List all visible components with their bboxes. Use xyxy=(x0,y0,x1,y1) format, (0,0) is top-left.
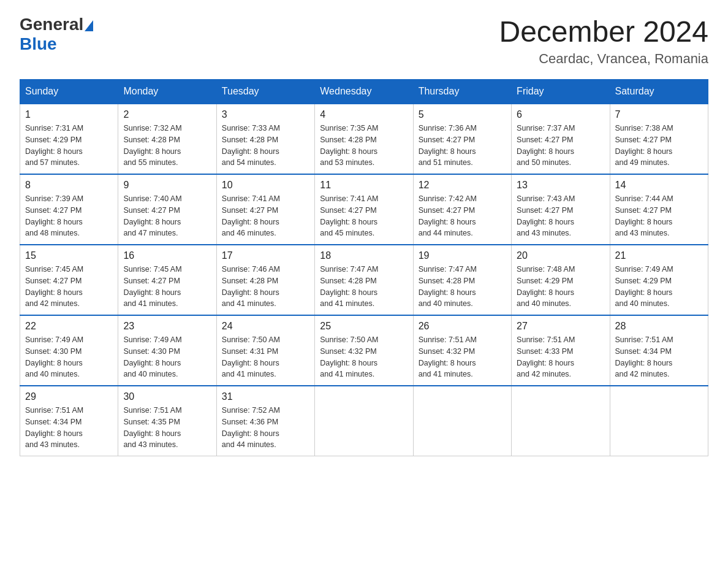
table-row xyxy=(413,386,511,456)
month-title: December 2024 xyxy=(499,15,708,48)
header-tuesday: Tuesday xyxy=(216,80,314,104)
table-row: 4 Sunrise: 7:35 AM Sunset: 4:28 PM Dayli… xyxy=(315,104,413,174)
calendar-week-row: 1 Sunrise: 7:31 AM Sunset: 4:29 PM Dayli… xyxy=(20,104,708,174)
day-number: 27 xyxy=(517,321,604,332)
table-row: 1 Sunrise: 7:31 AM Sunset: 4:29 PM Dayli… xyxy=(20,104,118,174)
table-row: 22 Sunrise: 7:49 AM Sunset: 4:30 PM Dayl… xyxy=(20,315,118,386)
day-info: Sunrise: 7:41 AM Sunset: 4:27 PM Dayligh… xyxy=(222,193,309,239)
day-info: Sunrise: 7:44 AM Sunset: 4:27 PM Dayligh… xyxy=(615,193,703,239)
day-number: 13 xyxy=(517,180,604,191)
table-row: 19 Sunrise: 7:47 AM Sunset: 4:28 PM Dayl… xyxy=(413,245,511,315)
day-info: Sunrise: 7:49 AM Sunset: 4:30 PM Dayligh… xyxy=(123,334,211,380)
table-row: 20 Sunrise: 7:48 AM Sunset: 4:29 PM Dayl… xyxy=(512,245,610,315)
table-row: 16 Sunrise: 7:45 AM Sunset: 4:27 PM Dayl… xyxy=(118,245,216,315)
table-row xyxy=(512,386,610,456)
day-info: Sunrise: 7:40 AM Sunset: 4:27 PM Dayligh… xyxy=(123,193,211,239)
day-number: 12 xyxy=(419,180,506,191)
table-row: 7 Sunrise: 7:38 AM Sunset: 4:27 PM Dayli… xyxy=(610,104,708,174)
day-number: 26 xyxy=(419,321,506,332)
table-row: 11 Sunrise: 7:41 AM Sunset: 4:27 PM Dayl… xyxy=(315,174,413,245)
day-info: Sunrise: 7:47 AM Sunset: 4:28 PM Dayligh… xyxy=(320,264,408,310)
table-row: 3 Sunrise: 7:33 AM Sunset: 4:28 PM Dayli… xyxy=(216,104,314,174)
table-row: 13 Sunrise: 7:43 AM Sunset: 4:27 PM Dayl… xyxy=(512,174,610,245)
table-row: 28 Sunrise: 7:51 AM Sunset: 4:34 PM Dayl… xyxy=(610,315,708,386)
day-number: 28 xyxy=(615,321,703,332)
header-wednesday: Wednesday xyxy=(315,80,413,104)
table-row: 17 Sunrise: 7:46 AM Sunset: 4:28 PM Dayl… xyxy=(216,245,314,315)
day-number: 20 xyxy=(517,250,604,261)
logo-blue-text: Blue xyxy=(20,34,57,53)
day-info: Sunrise: 7:45 AM Sunset: 4:27 PM Dayligh… xyxy=(123,264,211,310)
table-row: 8 Sunrise: 7:39 AM Sunset: 4:27 PM Dayli… xyxy=(20,174,118,245)
calendar-week-row: 22 Sunrise: 7:49 AM Sunset: 4:30 PM Dayl… xyxy=(20,315,708,386)
day-info: Sunrise: 7:48 AM Sunset: 4:29 PM Dayligh… xyxy=(517,264,604,310)
day-info: Sunrise: 7:51 AM Sunset: 4:32 PM Dayligh… xyxy=(419,334,506,380)
day-number: 9 xyxy=(123,180,211,191)
table-row: 10 Sunrise: 7:41 AM Sunset: 4:27 PM Dayl… xyxy=(216,174,314,245)
table-row: 24 Sunrise: 7:50 AM Sunset: 4:31 PM Dayl… xyxy=(216,315,314,386)
calendar-header-row: Sunday Monday Tuesday Wednesday Thursday… xyxy=(20,80,708,104)
day-number: 8 xyxy=(25,180,113,191)
table-row: 5 Sunrise: 7:36 AM Sunset: 4:27 PM Dayli… xyxy=(413,104,511,174)
day-number: 2 xyxy=(123,109,211,120)
header-sunday: Sunday xyxy=(20,80,118,104)
logo-general-text: General xyxy=(20,15,83,34)
page-header: General Blue December 2024 Ceardac, Vran… xyxy=(20,15,708,67)
calendar-week-row: 15 Sunrise: 7:45 AM Sunset: 4:27 PM Dayl… xyxy=(20,245,708,315)
day-info: Sunrise: 7:38 AM Sunset: 4:27 PM Dayligh… xyxy=(615,123,703,169)
day-info: Sunrise: 7:49 AM Sunset: 4:30 PM Dayligh… xyxy=(25,334,113,380)
table-row xyxy=(610,386,708,456)
logo: General Blue xyxy=(20,15,93,54)
day-number: 18 xyxy=(320,250,408,261)
table-row xyxy=(315,386,413,456)
day-number: 15 xyxy=(25,250,113,261)
day-info: Sunrise: 7:51 AM Sunset: 4:34 PM Dayligh… xyxy=(615,334,703,380)
table-row: 30 Sunrise: 7:51 AM Sunset: 4:35 PM Dayl… xyxy=(118,386,216,456)
day-number: 11 xyxy=(320,180,408,191)
day-info: Sunrise: 7:41 AM Sunset: 4:27 PM Dayligh… xyxy=(320,193,408,239)
table-row: 18 Sunrise: 7:47 AM Sunset: 4:28 PM Dayl… xyxy=(315,245,413,315)
header-saturday: Saturday xyxy=(610,80,708,104)
day-number: 14 xyxy=(615,180,703,191)
day-info: Sunrise: 7:32 AM Sunset: 4:28 PM Dayligh… xyxy=(123,123,211,169)
header-thursday: Thursday xyxy=(413,80,511,104)
day-info: Sunrise: 7:52 AM Sunset: 4:36 PM Dayligh… xyxy=(222,405,309,451)
location-text: Ceardac, Vrancea, Romania xyxy=(499,51,708,67)
table-row: 15 Sunrise: 7:45 AM Sunset: 4:27 PM Dayl… xyxy=(20,245,118,315)
day-info: Sunrise: 7:42 AM Sunset: 4:27 PM Dayligh… xyxy=(419,193,506,239)
day-info: Sunrise: 7:50 AM Sunset: 4:32 PM Dayligh… xyxy=(320,334,408,380)
day-info: Sunrise: 7:51 AM Sunset: 4:34 PM Dayligh… xyxy=(25,405,113,451)
day-number: 6 xyxy=(517,109,604,120)
table-row: 31 Sunrise: 7:52 AM Sunset: 4:36 PM Dayl… xyxy=(216,386,314,456)
calendar-week-row: 29 Sunrise: 7:51 AM Sunset: 4:34 PM Dayl… xyxy=(20,386,708,456)
day-info: Sunrise: 7:37 AM Sunset: 4:27 PM Dayligh… xyxy=(517,123,604,169)
header-friday: Friday xyxy=(512,80,610,104)
day-info: Sunrise: 7:51 AM Sunset: 4:33 PM Dayligh… xyxy=(517,334,604,380)
table-row: 21 Sunrise: 7:49 AM Sunset: 4:29 PM Dayl… xyxy=(610,245,708,315)
day-number: 24 xyxy=(222,321,309,332)
table-row: 23 Sunrise: 7:49 AM Sunset: 4:30 PM Dayl… xyxy=(118,315,216,386)
day-info: Sunrise: 7:35 AM Sunset: 4:28 PM Dayligh… xyxy=(320,123,408,169)
day-number: 1 xyxy=(25,109,113,120)
header-monday: Monday xyxy=(118,80,216,104)
table-row: 6 Sunrise: 7:37 AM Sunset: 4:27 PM Dayli… xyxy=(512,104,610,174)
day-info: Sunrise: 7:46 AM Sunset: 4:28 PM Dayligh… xyxy=(222,264,309,310)
day-number: 17 xyxy=(222,250,309,261)
day-info: Sunrise: 7:43 AM Sunset: 4:27 PM Dayligh… xyxy=(517,193,604,239)
title-section: December 2024 Ceardac, Vrancea, Romania xyxy=(499,15,708,67)
logo-blue-part xyxy=(83,18,93,31)
table-row: 29 Sunrise: 7:51 AM Sunset: 4:34 PM Dayl… xyxy=(20,386,118,456)
day-number: 21 xyxy=(615,250,703,261)
day-info: Sunrise: 7:31 AM Sunset: 4:29 PM Dayligh… xyxy=(25,123,113,169)
table-row: 26 Sunrise: 7:51 AM Sunset: 4:32 PM Dayl… xyxy=(413,315,511,386)
day-info: Sunrise: 7:49 AM Sunset: 4:29 PM Dayligh… xyxy=(615,264,703,310)
day-info: Sunrise: 7:33 AM Sunset: 4:28 PM Dayligh… xyxy=(222,123,309,169)
day-number: 31 xyxy=(222,391,309,402)
day-number: 3 xyxy=(222,109,309,120)
table-row: 2 Sunrise: 7:32 AM Sunset: 4:28 PM Dayli… xyxy=(118,104,216,174)
day-info: Sunrise: 7:51 AM Sunset: 4:35 PM Dayligh… xyxy=(123,405,211,451)
day-info: Sunrise: 7:50 AM Sunset: 4:31 PM Dayligh… xyxy=(222,334,309,380)
table-row: 14 Sunrise: 7:44 AM Sunset: 4:27 PM Dayl… xyxy=(610,174,708,245)
day-number: 25 xyxy=(320,321,408,332)
table-row: 25 Sunrise: 7:50 AM Sunset: 4:32 PM Dayl… xyxy=(315,315,413,386)
